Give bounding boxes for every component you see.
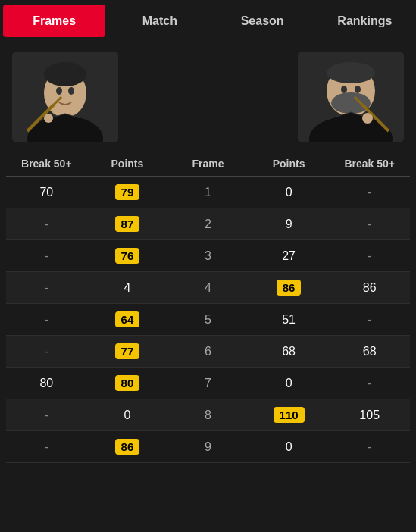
svg-point-4 (56, 87, 62, 95)
table-row: -7766868 (6, 336, 410, 368)
stat-cell: 105 (329, 408, 410, 422)
stat-cell: - (329, 217, 410, 231)
stat-cell: 70 (6, 186, 87, 199)
stat-cell: 0 (249, 186, 330, 199)
table-row: 707910- (6, 177, 410, 208)
stat-cell: 64 (87, 311, 168, 327)
svg-point-12 (331, 92, 371, 114)
stat-cell: 86 (249, 280, 330, 296)
stat-cell: 110 (249, 407, 330, 423)
table-row: 808070- (6, 368, 410, 399)
stat-cell: 9 (249, 217, 330, 231)
stat-cell: 68 (249, 345, 330, 358)
frame-number: 3 (167, 249, 249, 263)
tab-navigation: Frames Match Season Rankings (0, 0, 416, 42)
col-frame: Frame (167, 158, 249, 170)
stat-cell: - (329, 377, 410, 390)
stat-cell: - (6, 408, 87, 422)
stats-header: Break 50+ Points Frame Points Break 50+ (6, 152, 410, 177)
frame-number: 9 (167, 440, 249, 454)
stat-cell: 68 (329, 345, 410, 358)
stat-cell: 80 (87, 375, 168, 391)
players-row (0, 42, 416, 152)
stat-cell: - (6, 217, 87, 231)
stat-cell: 27 (249, 249, 330, 263)
svg-point-15 (355, 86, 361, 93)
svg-point-18 (362, 113, 373, 124)
stat-cell: 0 (249, 377, 330, 390)
stat-cell: - (329, 440, 410, 454)
frame-number: 7 (167, 377, 249, 390)
stat-cell: 77 (87, 343, 168, 359)
frame-number: 6 (167, 345, 249, 358)
col-break50-left: Break 50+ (6, 158, 87, 170)
stat-cell: - (6, 313, 87, 327)
stat-cell: 86 (329, 281, 410, 295)
tab-rankings[interactable]: Rankings (314, 0, 416, 42)
table-row: -08110105 (6, 399, 410, 431)
stats-body: 707910--8729--76327--448686-64551--77668… (6, 177, 410, 463)
svg-point-13 (327, 62, 375, 83)
frame-number: 4 (167, 281, 249, 295)
stat-cell: - (329, 186, 410, 199)
col-break50-right: Break 50+ (329, 158, 410, 170)
stat-cell: 51 (249, 313, 330, 327)
col-points-right: Points (249, 158, 330, 170)
stat-cell: - (329, 313, 410, 327)
tab-frames[interactable]: Frames (3, 5, 105, 37)
tab-season[interactable]: Season (211, 0, 314, 42)
stat-cell: 87 (87, 216, 168, 232)
stat-cell: - (6, 281, 87, 295)
stat-cell: 80 (6, 377, 87, 390)
stats-table-wrapper: Break 50+ Points Frame Points Break 50+ … (0, 152, 416, 463)
svg-point-5 (68, 87, 74, 95)
stat-cell: 4 (87, 281, 168, 295)
frame-number: 1 (167, 186, 249, 199)
table-row: -8729- (6, 208, 410, 240)
stat-cell: - (6, 345, 87, 358)
player-right-photo (298, 52, 404, 142)
svg-point-3 (44, 62, 86, 86)
table-row: -76327- (6, 240, 410, 272)
table-row: -8690- (6, 431, 410, 463)
stat-cell: 0 (249, 440, 330, 454)
stat-cell: 86 (87, 439, 168, 455)
svg-point-14 (341, 86, 347, 93)
stat-cell: - (6, 440, 87, 454)
frame-number: 2 (167, 217, 249, 231)
stat-cell: - (6, 249, 87, 263)
stat-cell: 76 (87, 248, 168, 264)
col-points-left: Points (87, 158, 168, 170)
stat-cell: 79 (87, 184, 168, 200)
frame-number: 5 (167, 313, 249, 327)
stat-cell: 0 (87, 408, 168, 422)
svg-point-8 (44, 114, 53, 123)
table-row: -448686 (6, 272, 410, 304)
table-row: -64551- (6, 304, 410, 336)
player-left-photo (12, 52, 118, 142)
frame-number: 8 (167, 408, 249, 422)
tab-match[interactable]: Match (108, 0, 211, 42)
stat-cell: - (329, 249, 410, 263)
